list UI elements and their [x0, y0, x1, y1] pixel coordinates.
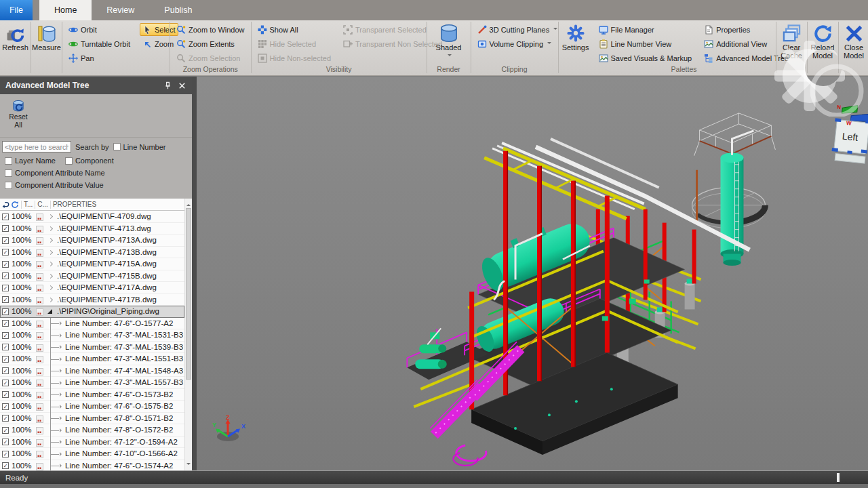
expand-arrow-icon[interactable] — [48, 238, 53, 243]
panel-viewport-divider[interactable] — [192, 77, 197, 470]
row-visibility-checkbox[interactable]: ✓ — [2, 403, 9, 410]
row-visibility-checkbox[interactable]: ✓ — [2, 285, 9, 291]
tab-file[interactable]: File — [0, 0, 33, 20]
tree-row[interactable]: ✓100%.\EQUIPMENT\F-4709.dwg — [0, 211, 184, 223]
component-attribute-name-checkbox[interactable] — [5, 169, 12, 177]
reset-all-button[interactable]: Reset All — [3, 96, 34, 136]
tree-scrollbar[interactable] — [184, 199, 192, 470]
line-number-checkbox[interactable] — [113, 143, 121, 150]
zoom-selection-button[interactable]: Zoom Selection — [174, 52, 248, 64]
show-all-button[interactable]: Show All — [255, 23, 334, 36]
volume-clipping-button[interactable]: Volume Clipping — [475, 37, 561, 50]
measure-button[interactable]: Measure — [31, 20, 62, 52]
tree-row[interactable]: ✓100%Line Number: 47-6"-O-1573-B2 — [0, 389, 184, 401]
tree-row[interactable]: ✓100%Line Number: 47-3"-MAL-1557-B3 — [0, 377, 184, 389]
reload-model-button[interactable]: Reload Model — [808, 20, 838, 60]
scroll-thumb[interactable] — [186, 208, 191, 380]
tree-row[interactable]: ✓100%.\EQUIPMENT\P-4715B.dwg — [0, 270, 184, 283]
row-visibility-checkbox[interactable]: ✓ — [2, 462, 9, 469]
layer-name-checkbox[interactable] — [5, 157, 12, 165]
row-visibility-checkbox[interactable]: ✓ — [2, 237, 9, 244]
tree-row[interactable]: ✓100%Line Number: 47-6"-O-1574-A2 — [0, 460, 184, 471]
tree-row[interactable]: ✓100%.\EQUIPMENT\P-4717A.dwg — [0, 282, 184, 294]
row-visibility-checkbox[interactable]: ✓ — [2, 296, 9, 303]
line-number-view-button[interactable]: Line Number View — [596, 37, 695, 50]
row-visibility-checkbox[interactable]: ✓ — [2, 225, 9, 232]
expand-arrow-icon[interactable] — [48, 297, 53, 302]
tree-row[interactable]: ✓100%.\EQUIPMENT\P-4713B.dwg — [0, 247, 184, 259]
component-attribute-value-checkbox[interactable] — [5, 182, 12, 189]
tree-row[interactable]: ✓100%Line Number: 47-4"-MAL-1548-A3 — [0, 365, 184, 378]
undo-icon[interactable] — [1, 201, 9, 209]
row-visibility-checkbox[interactable]: ✓ — [2, 261, 9, 268]
component-checkbox[interactable] — [65, 157, 73, 165]
tree-row[interactable]: ✓100%Line Number: 47-12"-O-1594-A2 — [0, 436, 184, 449]
tree-row[interactable]: ✓100%Line Number: 47-8"-O-1572-B2 — [0, 424, 184, 436]
row-visibility-checkbox[interactable]: ✓ — [2, 391, 9, 398]
row-visibility-checkbox[interactable]: ✓ — [2, 356, 9, 363]
status-grip[interactable] — [837, 473, 840, 482]
tab-publish[interactable]: Publish — [149, 0, 207, 20]
row-visibility-checkbox[interactable]: ✓ — [2, 320, 9, 327]
close-panel-icon[interactable] — [178, 81, 186, 90]
clear-cache-button[interactable]: Clear Cache — [776, 20, 807, 60]
expand-arrow-icon[interactable] — [48, 214, 53, 219]
expand-arrow-icon[interactable] — [48, 249, 53, 254]
column-properties[interactable]: PROPERTIES — [53, 201, 96, 208]
scroll-down-arrow[interactable] — [186, 463, 191, 467]
tree-row[interactable]: ✓100%Line Number: 47-3"-MAL-1539-B3 — [0, 342, 184, 354]
hide-selected-button[interactable]: Hide Selected — [255, 37, 334, 50]
row-visibility-checkbox[interactable]: ✓ — [2, 427, 9, 434]
row-visibility-checkbox[interactable]: ✓ — [2, 308, 9, 315]
row-visibility-checkbox[interactable]: ✓ — [2, 332, 9, 339]
3d-cutting-planes-button[interactable]: 3D Cutting Planes — [475, 23, 561, 36]
expand-arrow-icon[interactable] — [48, 285, 53, 290]
3d-viewport[interactable]: Z Y X Left N W — [197, 77, 868, 470]
row-visibility-checkbox[interactable]: ✓ — [2, 214, 9, 220]
settings-button[interactable]: Settings — [559, 20, 593, 52]
close-model-button[interactable]: Close Model — [839, 20, 868, 60]
row-visibility-checkbox[interactable]: ✓ — [2, 415, 9, 422]
tab-review[interactable]: Review — [92, 0, 149, 20]
tree-row[interactable]: ✓100%.\EQUIPMENT\P-4715A.dwg — [0, 258, 184, 270]
collapse-arrow-icon[interactable] — [47, 309, 52, 314]
column-color[interactable]: C... — [37, 201, 48, 208]
row-visibility-checkbox[interactable]: ✓ — [2, 344, 9, 350]
column-transparency[interactable]: T... — [24, 201, 33, 208]
saved-visuals-markup-button[interactable]: Saved Visuals & Markup — [596, 52, 695, 64]
view-cube[interactable]: Left N W — [829, 102, 868, 170]
row-visibility-checkbox[interactable]: ✓ — [2, 380, 9, 386]
tree-row[interactable]: ✓100%.\PIPING\Original_Piping.dwg — [0, 306, 184, 318]
tree-row[interactable]: ✓100%Line Number: 47-6"-O-1575-B2 — [0, 401, 184, 413]
tree-row[interactable]: ✓100%Line Number: 47-3"-MAL-1551-B3 — [0, 353, 184, 365]
tab-home[interactable]: Home — [39, 0, 92, 20]
tree-row[interactable]: ✓100%.\EQUIPMENT\F-4713.dwg — [0, 223, 184, 235]
pan-button[interactable]: Pan — [66, 52, 133, 64]
refresh-button[interactable]: Refresh — [0, 20, 31, 52]
row-visibility-checkbox[interactable]: ✓ — [2, 249, 9, 256]
row-visibility-checkbox[interactable]: ✓ — [2, 451, 9, 458]
expand-arrow-icon[interactable] — [48, 262, 53, 266]
sync-icon[interactable] — [11, 201, 19, 209]
tree-row[interactable]: ✓100%Line Number: 47-8"-O-1571-B2 — [0, 413, 184, 425]
expand-arrow-icon[interactable] — [48, 226, 53, 230]
pin-icon[interactable] — [163, 81, 172, 90]
turntable-orbit-button[interactable]: Turntable Orbit — [66, 37, 133, 50]
row-visibility-checkbox[interactable]: ✓ — [2, 439, 9, 445]
tree-row[interactable]: ✓100%Line Number: 47-6"-O-1577-A2 — [0, 318, 184, 330]
file-manager-button[interactable]: File Manager — [596, 23, 695, 36]
scroll-up-arrow[interactable] — [186, 202, 191, 206]
hide-non-selected-button[interactable]: Hide Non-selected — [255, 52, 334, 64]
shaded-render-mode-button[interactable]: Shaded — [427, 20, 471, 58]
row-visibility-checkbox[interactable]: ✓ — [2, 367, 9, 374]
zoom-to-window-button[interactable]: Zoom to Window — [174, 23, 248, 36]
expand-arrow-icon[interactable] — [48, 273, 53, 278]
tree-row[interactable]: ✓100%.\EQUIPMENT\P-4717B.dwg — [0, 294, 184, 306]
tree-row[interactable]: ✓100%Line Number: 47-3"-MAL-1531-B3 — [0, 329, 184, 342]
tree-row[interactable]: ✓100%Line Number: 47-10"-O-1566-A2 — [0, 448, 184, 460]
row-visibility-checkbox[interactable]: ✓ — [2, 272, 9, 279]
zoom-extents-button[interactable]: Zoom Extents — [174, 37, 248, 50]
search-input[interactable] — [2, 141, 71, 152]
orbit-button[interactable]: Orbit — [66, 23, 133, 36]
tree-row[interactable]: ✓100%.\EQUIPMENT\P-4713A.dwg — [0, 235, 184, 247]
